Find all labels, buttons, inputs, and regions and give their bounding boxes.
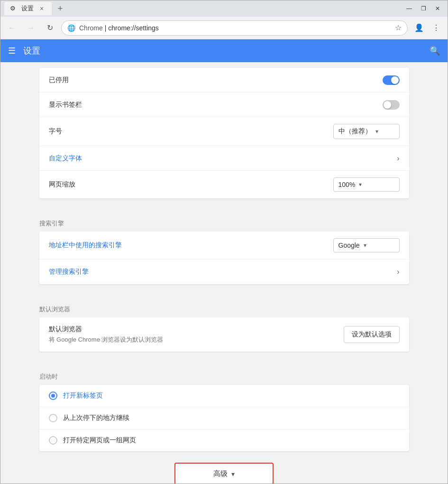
startup-option-2-label: 从上次停下的地方继续 (63, 414, 129, 422)
page-zoom-arrow-icon: ▾ (359, 181, 362, 188)
back-button[interactable]: ← (4, 20, 19, 36)
show-bookmarks-label: 显示书签栏 (49, 101, 383, 109)
search-engine-heading: 搜索引擎 (39, 210, 409, 232)
url-bar[interactable]: 🌐 Chrome | chrome://settings ☆ (61, 20, 408, 36)
advanced-button-wrap: 高级 ▾ (39, 463, 409, 484)
custom-font-chevron-icon: › (397, 154, 399, 163)
set-default-button[interactable]: 设为默认选项 (344, 326, 400, 343)
address-right-controls: 👤 ⋮ (411, 20, 444, 36)
search-engine-value: Google (338, 242, 360, 249)
startup-radio-2[interactable] (49, 414, 57, 422)
url-globe-icon: 🌐 (67, 24, 75, 32)
window-controls: — ❐ ✕ (403, 4, 444, 13)
toggle-knob (384, 101, 391, 109)
font-size-row: 字号 中（推荐） ▾ (39, 117, 409, 146)
font-size-arrow-icon: ▾ (375, 128, 378, 135)
startup-card: 打开新标签页 从上次停下的地方继续 打开特定网页或一组网页 (39, 385, 409, 451)
font-size-label: 字号 (49, 127, 333, 136)
page-zoom-label: 网页缩放 (49, 180, 333, 189)
search-engine-select[interactable]: Google ▾ (333, 238, 400, 252)
hamburger-icon[interactable]: ☰ (8, 46, 16, 56)
address-bar-search-label: 地址栏中使用的搜索引擎 (49, 241, 333, 250)
disabled-row: 已停用 (39, 68, 409, 93)
appearance-card: 已停用 显示书签栏 字号 中（推荐） ▾ (39, 68, 409, 198)
maximize-button[interactable]: ❐ (417, 4, 430, 13)
profile-button[interactable]: 👤 (411, 20, 427, 36)
advanced-label: 高级 (213, 469, 228, 478)
manage-search-row[interactable]: 管理搜索引擎 › (39, 260, 409, 284)
active-tab[interactable]: ⚙ 设置 × (4, 2, 52, 15)
default-browser-info: 默认浏览器 将 Google Chrome 浏览器设为默认浏览器 (49, 325, 164, 344)
address-bar: ← → ↻ 🌐 Chrome | chrome://settings ☆ 👤 ⋮ (0, 17, 448, 39)
default-browser-card: 默认浏览器 将 Google Chrome 浏览器设为默认浏览器 设为默认选项 (39, 317, 409, 352)
settings-app-bar: ☰ 设置 🔍 (0, 39, 448, 62)
default-browser-title: 默认浏览器 (49, 325, 164, 334)
startup-option-2[interactable]: 从上次停下的地方继续 (39, 407, 409, 429)
settings-title: 设置 (23, 45, 40, 56)
startup-heading: 启动时 (39, 363, 409, 385)
font-size-select[interactable]: 中（推荐） ▾ (333, 124, 400, 139)
manage-search-label: 管理搜索引擎 (49, 268, 397, 276)
bookmark-star-icon[interactable]: ☆ (395, 23, 402, 32)
startup-option-3[interactable]: 打开特定网页或一组网页 (39, 429, 409, 451)
manage-search-chevron-icon: › (397, 268, 399, 276)
tab-title: 设置 (21, 4, 34, 13)
custom-font-label: 自定义字体 (49, 154, 397, 163)
custom-font-row[interactable]: 自定义字体 › (39, 146, 409, 171)
url-text: Chrome | chrome://settings (79, 24, 391, 32)
forward-button[interactable]: → (23, 20, 38, 36)
page-zoom-row: 网页缩放 100% ▾ (39, 171, 409, 198)
page-zoom-select[interactable]: 100% ▾ (333, 177, 400, 192)
default-browser-subtitle: 将 Google Chrome 浏览器设为默认浏览器 (49, 335, 164, 344)
tab-close-button[interactable]: × (37, 4, 46, 13)
page-zoom-value: 100% (338, 181, 356, 188)
search-engine-arrow-icon: ▾ (364, 242, 366, 249)
settings-content: 已停用 显示书签栏 字号 中（推荐） ▾ (0, 62, 448, 484)
search-engine-card: 地址栏中使用的搜索引擎 Google ▾ 管理搜索引擎 › (39, 232, 409, 284)
advanced-arrow-icon: ▾ (231, 470, 235, 478)
url-path: chrome://settings (108, 24, 159, 32)
startup-option-1-label: 打开新标签页 (63, 391, 103, 400)
tab-favicon: ⚙ (10, 5, 18, 12)
url-separator: | (103, 24, 108, 32)
font-size-value: 中（推荐） (338, 127, 372, 136)
url-site-name: Chrome (79, 24, 103, 32)
search-icon[interactable]: 🔍 (430, 46, 440, 56)
browser-window: ⚙ 设置 × + — ❐ ✕ ← → ↻ 🌐 Chrome | chrome:/… (0, 0, 448, 484)
startup-radio-1[interactable] (49, 391, 57, 400)
toggle-knob (391, 76, 399, 84)
startup-option-3-label: 打开特定网页或一组网页 (63, 436, 136, 445)
new-tab-button[interactable]: + (54, 2, 67, 15)
refresh-button[interactable]: ↻ (42, 20, 57, 36)
startup-radio-3[interactable] (49, 436, 57, 445)
title-bar: ⚙ 设置 × + — ❐ ✕ (0, 0, 448, 17)
show-bookmarks-toggle[interactable] (383, 100, 400, 110)
advanced-button[interactable]: 高级 ▾ (174, 463, 274, 484)
disabled-label: 已停用 (49, 76, 383, 84)
close-button[interactable]: ✕ (431, 4, 444, 13)
startup-option-1[interactable]: 打开新标签页 (39, 385, 409, 407)
address-bar-search-row: 地址栏中使用的搜索引擎 Google ▾ (39, 232, 409, 260)
minimize-button[interactable]: — (403, 4, 415, 13)
disabled-toggle[interactable] (383, 75, 400, 85)
show-bookmarks-row: 显示书签栏 (39, 93, 409, 117)
menu-button[interactable]: ⋮ (429, 20, 444, 36)
default-browser-heading: 默认浏览器 (39, 296, 409, 317)
settings-inner: 已停用 显示书签栏 字号 中（推荐） ▾ (30, 62, 419, 484)
